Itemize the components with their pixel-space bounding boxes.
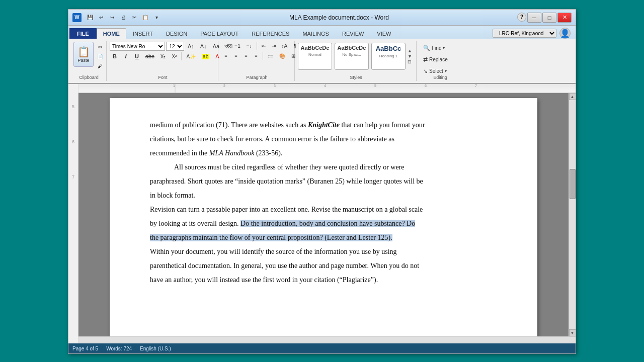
ribbon-content: 📋 Paste ✂ 📄 🖌 Clipboard Times New Ro 12 xyxy=(68,39,576,84)
quick-cut-btn[interactable]: ✂ xyxy=(130,13,139,22)
scroll-up-button[interactable]: ▲ xyxy=(569,93,576,100)
restore-button[interactable]: □ xyxy=(542,13,556,23)
line-spacing-button[interactable]: ↕≡ xyxy=(265,52,276,60)
tab-page-layout[interactable]: PAGE LAYOUT xyxy=(194,28,245,39)
paragraph-11: parenthetical documentation. In general,… xyxy=(150,259,497,273)
word-count: Words: 724 xyxy=(106,346,132,351)
style-heading1[interactable]: AaBbCc Heading 1 xyxy=(371,43,406,70)
paragraph-1: medium of publication (71). There are we… xyxy=(150,118,497,132)
text-effect-button[interactable]: A✨ xyxy=(184,52,198,61)
document-area: 5 6 7 1 2 3 4 5 6 7 xyxy=(68,84,576,343)
quick-copy-btn[interactable]: 📋 xyxy=(141,13,150,22)
sort-button[interactable]: ↕A xyxy=(279,42,290,50)
selected-text-start: Do the introduction, body and conclusion… xyxy=(240,220,415,227)
tab-references[interactable]: REFERENCES xyxy=(245,28,296,39)
horizontal-scrollbar[interactable] xyxy=(78,336,576,343)
highlight-button[interactable]: ab xyxy=(199,52,212,61)
align-center-button[interactable]: ≡ xyxy=(231,51,240,60)
styles-list: AaBbCcDc Normal AaBbCcDc No Spac... AaBb… xyxy=(298,43,407,70)
paragraph-5: paraphrased. Short quotes are “inside qu… xyxy=(150,174,497,189)
window-title: MLA Example document.docx - Word xyxy=(161,14,517,21)
scroll-doc-area: medium of publication (71). There are we… xyxy=(78,93,576,336)
tab-file[interactable]: FILE xyxy=(69,28,97,39)
tab-view[interactable]: VIEW xyxy=(370,28,397,39)
paragraph-group: ≡• ≡1 ≡↓ ⇤ ⇥ ↕A ¶ ≡ ≡ ≡ ≡ ↕≡ 🎨 ⊞ Paragra… xyxy=(219,41,295,81)
format-painter-button[interactable]: 🖌 xyxy=(95,62,106,70)
cut-button[interactable]: ✂ xyxy=(95,43,106,51)
style-nospace[interactable]: AaBbCcDc No Spac... xyxy=(335,43,369,70)
selected-text-full: the paragraphs maintain the flow of your… xyxy=(150,234,392,241)
paragraph-7: Revision can turn a passable paper into … xyxy=(150,203,497,217)
justify-button[interactable]: ≡ xyxy=(252,51,261,60)
window-controls: ? ─ □ ✕ xyxy=(517,13,572,23)
numbering-button[interactable]: ≡1 xyxy=(232,42,243,50)
title-bar: W 💾 ↩ ↪ 🖨 ✂ 📋 ▾ MLA Example document.doc… xyxy=(68,10,576,26)
paragraph-3: recommended in the MLA Handbook (233-56)… xyxy=(150,146,497,160)
font-size-select[interactable]: 12 xyxy=(166,42,184,51)
subscript-button[interactable]: X₂ xyxy=(158,52,169,61)
page-scroll[interactable]: medium of publication (71). There are we… xyxy=(78,93,569,336)
align-left-button[interactable]: ≡ xyxy=(221,51,230,60)
vertical-scrollbar: ▲ ▼ xyxy=(569,93,576,336)
user-avatar[interactable]: 👤 xyxy=(559,28,571,39)
decrease-indent-button[interactable]: ⇤ xyxy=(259,42,268,50)
page-info: Page 4 of 5 xyxy=(72,346,98,351)
paragraph-12: have an author, you will instead use the… xyxy=(150,273,497,287)
minimize-button[interactable]: ─ xyxy=(527,13,541,23)
app-icon: W xyxy=(72,13,82,22)
italic-button[interactable]: I xyxy=(121,52,131,61)
editing-group: 🔍 Find ▾ ⇄ Replace ↘ Select ▾ Editing xyxy=(418,41,463,81)
replace-button[interactable]: ⇄ Replace xyxy=(420,54,451,65)
tab-design[interactable]: DESIGN xyxy=(159,28,194,39)
font-group: Times New Ro 12 A↑ A↓ Aa ⌫ B I U abc X₂ … xyxy=(108,41,218,81)
language: English (U.S.) xyxy=(140,346,171,351)
superscript-button[interactable]: X² xyxy=(169,52,179,61)
shrink-font-button[interactable]: A↓ xyxy=(198,42,209,51)
styles-group: AaBbCcDc Normal AaBbCcDc No Spac... AaBb… xyxy=(296,41,417,81)
increase-indent-button[interactable]: ⇥ xyxy=(269,42,278,50)
tab-home[interactable]: HOME xyxy=(97,28,126,39)
tab-review[interactable]: REVIEW xyxy=(336,28,370,39)
multilevel-list-button[interactable]: ≡↓ xyxy=(244,42,255,50)
underline-button[interactable]: U xyxy=(132,52,142,61)
paragraph-10: Within your document, you will identify … xyxy=(150,245,497,259)
clipboard-group: 📋 Paste ✂ 📄 🖌 Clipboard xyxy=(71,41,107,81)
status-bar: Page 4 of 5 Words: 724 English (U.S.) xyxy=(68,343,576,353)
help-button[interactable]: ? xyxy=(517,13,526,22)
paragraph-2: citations, but be sure to check for erro… xyxy=(150,132,497,146)
paragraph-8: by looking at its overall design. Do the… xyxy=(150,217,497,231)
bold-button[interactable]: B xyxy=(110,52,120,61)
quick-save-btn[interactable]: 💾 xyxy=(86,13,95,22)
quick-print-btn[interactable]: 🖨 xyxy=(119,13,128,22)
shading-button[interactable]: 🎨 xyxy=(277,52,288,60)
left-margin: 5 6 7 xyxy=(68,84,78,343)
find-button[interactable]: 🔍 Find ▾ xyxy=(420,43,451,53)
scroll-thumb[interactable] xyxy=(570,169,576,199)
strikethrough-button[interactable]: abc xyxy=(143,52,157,61)
tab-insert[interactable]: INSERT xyxy=(126,28,159,39)
grow-font-button[interactable]: A↑ xyxy=(185,42,197,51)
paragraph-6: in block format. xyxy=(150,189,497,203)
close-button[interactable]: ✕ xyxy=(557,13,572,23)
user-selector[interactable]: LRC-Ref, Kingwood xyxy=(493,29,556,38)
quick-more-btn[interactable]: ▾ xyxy=(152,13,161,22)
quick-redo-btn[interactable]: ↪ xyxy=(108,13,117,22)
document-page[interactable]: medium of publication (71). There are we… xyxy=(110,98,537,336)
styles-scroll-nav[interactable]: ▲ ▼ ⊟ xyxy=(408,48,412,64)
ruler: 1 2 3 4 5 6 7 xyxy=(78,84,576,93)
font-name-select[interactable]: Times New Ro xyxy=(110,42,165,51)
copy-button[interactable]: 📄 xyxy=(95,52,106,61)
style-normal[interactable]: AaBbCcDc Normal xyxy=(298,43,332,70)
quick-undo-btn[interactable]: ↩ xyxy=(97,13,106,22)
paste-button[interactable]: 📋 Paste xyxy=(73,42,94,67)
tab-mailings[interactable]: MAILINGS xyxy=(296,28,336,39)
scroll-down-button[interactable]: ▼ xyxy=(569,329,576,336)
align-right-button[interactable]: ≡ xyxy=(242,51,251,60)
scroll-track[interactable] xyxy=(569,100,576,329)
bullets-button[interactable]: ≡• xyxy=(221,42,231,50)
paragraph-9: the paragraphs maintain the flow of your… xyxy=(150,231,497,245)
word-window: W 💾 ↩ ↪ 🖨 ✂ 📋 ▾ MLA Example document.doc… xyxy=(68,9,576,354)
ribbon-tab-bar: FILE HOME INSERT DESIGN PAGE LAYOUT REFE… xyxy=(68,26,576,39)
ruler-area: 1 2 3 4 5 6 7 m xyxy=(78,84,576,343)
paragraph-4: All sources must be cited regardless of … xyxy=(150,160,497,174)
